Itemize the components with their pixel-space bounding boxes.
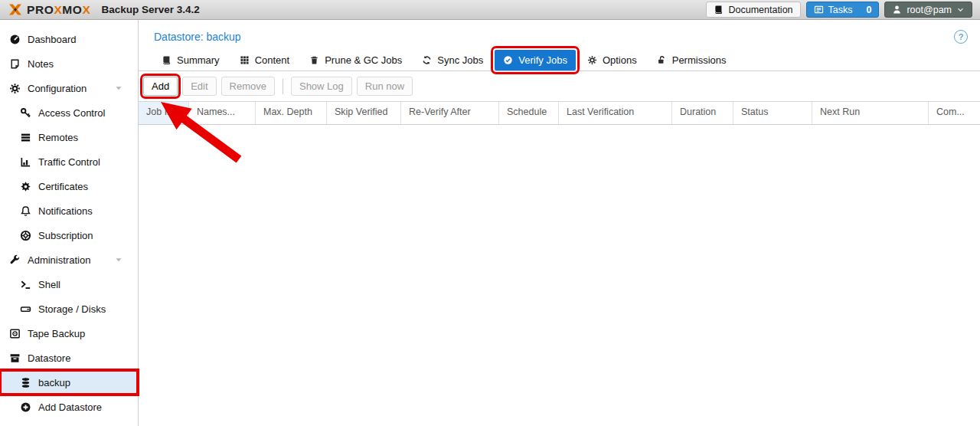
tab-content[interactable]: Content: [231, 50, 299, 70]
user-label: root@pam: [906, 5, 952, 15]
unlock-icon: [657, 55, 667, 65]
sidebar-item-remotes[interactable]: Remotes: [0, 125, 138, 149]
top-bar: PROXMOX Backup Server 3.4.2 Documentatio…: [0, 0, 980, 20]
tab-prune-gc-jobs[interactable]: Prune & GC Jobs: [301, 50, 410, 70]
column-header-max-depth[interactable]: Max. Depth: [256, 102, 327, 124]
sidebar-item-label: Subscription: [38, 230, 93, 241]
archive-icon: [9, 352, 21, 364]
plus-circle-icon: [20, 401, 31, 413]
key-icon: [20, 107, 31, 119]
sidebar-item-add-datastore[interactable]: Add Datastore: [0, 395, 138, 419]
wrench-icon: [9, 254, 21, 266]
certificate-icon: [20, 181, 31, 192]
proxmox-wordmark: PROXMOX: [27, 3, 90, 17]
book-icon: [714, 5, 724, 15]
tab-bar: Summary Content Prune & GC Jobs Sync Job…: [139, 48, 980, 71]
sidebar-item-traffic-control[interactable]: Traffic Control: [0, 149, 138, 174]
hdd-icon: [20, 303, 31, 315]
tab-permissions[interactable]: Permissions: [648, 50, 735, 70]
sidebar-item-dashboard[interactable]: Dashboard: [0, 27, 138, 51]
column-header-re-verify-after[interactable]: Re-Verify After: [401, 102, 499, 124]
check-circle-icon: [503, 55, 513, 65]
bell-icon: [20, 205, 31, 217]
column-header-job-id[interactable]: Job ID: [139, 102, 189, 124]
column-header-namespace[interactable]: Names...: [189, 102, 256, 124]
sidebar-item-label: Shell: [38, 279, 60, 290]
sidebar-item-storage-disks[interactable]: Storage / Disks: [0, 297, 138, 321]
tab-label: Verify Jobs: [518, 54, 567, 66]
tab-label: Sync Jobs: [437, 54, 483, 66]
column-header-last-verification[interactable]: Last Verification: [559, 102, 672, 124]
column-header-comment[interactable]: Com...: [929, 102, 980, 124]
tasks-button[interactable]: Tasks 0: [806, 2, 880, 18]
product-title: Backup Server 3.4.2: [101, 4, 199, 15]
grid-icon: [240, 55, 250, 65]
sidebar-item-label: Remotes: [38, 132, 78, 143]
sidebar-item-backup[interactable]: backup: [0, 370, 138, 395]
add-button[interactable]: Add: [143, 77, 178, 96]
tab-label: Summary: [177, 54, 220, 66]
sidebar-item-configuration[interactable]: Configuration: [0, 76, 138, 100]
sidebar-item-label: Certificates: [38, 181, 88, 192]
column-header-status[interactable]: Status: [733, 102, 812, 124]
sidebar-item-certificates[interactable]: Certificates: [0, 174, 138, 198]
proxmox-x-icon: [8, 3, 23, 16]
chart-icon: [20, 156, 31, 168]
toolbar: Add Edit Remove Show Log Run now: [139, 71, 980, 101]
tasks-label: Tasks: [828, 5, 853, 15]
tab-label: Permissions: [672, 54, 727, 66]
gear-icon: [587, 55, 597, 65]
column-header-schedule[interactable]: Schedule: [499, 102, 559, 124]
toolbar-separator: [283, 79, 283, 94]
tasks-list-icon: [814, 5, 824, 15]
sidebar-item-label: Administration: [28, 254, 90, 266]
tasks-count-badge: 0: [867, 5, 872, 15]
sidebar-item-shell[interactable]: Shell: [0, 272, 138, 297]
tab-verify-jobs[interactable]: Verify Jobs: [495, 50, 576, 70]
tab-sync-jobs[interactable]: Sync Jobs: [413, 50, 492, 70]
sidebar-item-label: Traffic Control: [38, 156, 100, 168]
sidebar-item-datastore[interactable]: Datastore: [0, 346, 138, 370]
sidebar-item-label: Tape Backup: [28, 328, 85, 339]
sidebar-item-notes[interactable]: Notes: [0, 51, 138, 76]
main-panel: Datastore: backup ? Summary Content Prun…: [139, 20, 980, 426]
show-log-button[interactable]: Show Log: [291, 77, 352, 96]
tab-label: Prune & GC Jobs: [325, 54, 402, 66]
chevron-down-icon: [114, 255, 123, 264]
chevron-down-icon: [956, 5, 965, 14]
edit-button[interactable]: Edit: [182, 77, 216, 96]
sidebar-item-label: Datastore: [28, 352, 70, 364]
column-header-skip-verified[interactable]: Skip Verified: [327, 102, 401, 124]
table-header-row: Job ID Names... Max. Depth Skip Verified…: [139, 101, 980, 125]
help-icon[interactable]: ?: [954, 30, 968, 44]
sidebar-item-label: Notifications: [38, 205, 93, 217]
sidebar-item-label: Dashboard: [28, 34, 77, 45]
sidebar-item-label: Configuration: [28, 83, 87, 94]
sidebar-item-label: Add Datastore: [38, 401, 102, 413]
sidebar-item-notifications[interactable]: Notifications: [0, 198, 138, 223]
remove-button[interactable]: Remove: [221, 77, 275, 96]
tab-summary[interactable]: Summary: [153, 50, 228, 70]
column-header-next-run[interactable]: Next Run: [812, 102, 929, 124]
user-icon: [892, 5, 902, 15]
table-body-empty: [139, 125, 980, 393]
book-icon: [162, 55, 172, 65]
refresh-icon: [422, 55, 432, 65]
note-icon: [9, 58, 21, 70]
sidebar-item-label: backup: [38, 377, 70, 388]
sidebar-item-label: Access Control: [38, 107, 105, 119]
sidebar-item-administration[interactable]: Administration: [0, 247, 138, 272]
user-menu-button[interactable]: root@pam: [884, 2, 972, 18]
dashboard-icon: [9, 34, 21, 45]
trash-icon: [309, 55, 319, 65]
bars-icon: [20, 132, 31, 143]
documentation-button[interactable]: Documentation: [706, 2, 800, 18]
run-now-button[interactable]: Run now: [357, 77, 413, 96]
sidebar-item-tape-backup[interactable]: Tape Backup: [0, 321, 138, 346]
sidebar: Dashboard Notes Configuration Access Con…: [0, 20, 139, 426]
column-header-duration[interactable]: Duration: [672, 102, 733, 124]
tape-icon: [9, 328, 21, 339]
tab-options[interactable]: Options: [579, 50, 645, 70]
sidebar-item-access-control[interactable]: Access Control: [0, 100, 138, 125]
sidebar-item-subscription[interactable]: Subscription: [0, 223, 138, 247]
